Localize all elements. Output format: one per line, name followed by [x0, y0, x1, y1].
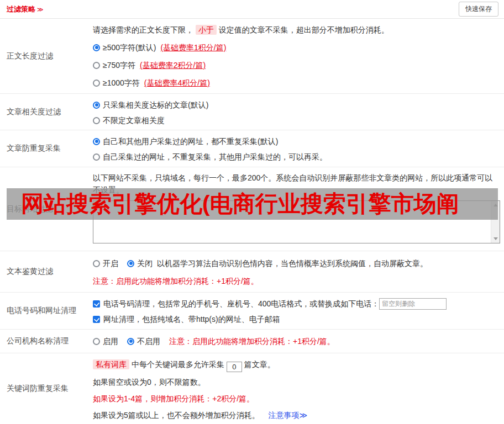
radio-relevance-any-icon[interactable]: [93, 117, 100, 124]
length-option-500[interactable]: ≥500字符(默认) (基础费率1积分/篇): [93, 42, 500, 53]
porn-off-label[interactable]: 关闭: [137, 258, 153, 269]
length-option-750[interactable]: ≥750字符 (基础费率2积分/篇): [93, 60, 500, 71]
row-dedup-collect: 文章防重复采集 自己和其他用户采集过的网址，都不重复采集(默认) 自己采集过的网…: [0, 130, 504, 167]
row-site-blacklist: 目标网站过滤 以下网站不采集，只填域名，每行一个，最多200个。系统会自动识别并…: [0, 167, 504, 251]
body-length-intro: 请选择需求的正文长度下限， 小于 设定值的文章不采集，超出部分不增加积分消耗。: [93, 24, 500, 35]
page-title[interactable]: 过滤策略≫: [7, 4, 44, 14]
fee-note-500: (基础费率1积分/篇): [160, 42, 226, 53]
fee-note-750: (基础费率2积分/篇): [140, 60, 206, 71]
row-company-clean: 公司机构名称清理 启用 不启用 注意：启用此功能将增加积分消耗：+1积分/篇。: [0, 330, 504, 353]
row-label-porn-filter: 文本鉴黄过滤: [0, 251, 93, 292]
scroll-down-icon[interactable]: [491, 235, 500, 243]
notice-link[interactable]: 注意事项≫: [269, 411, 308, 420]
dedup-option-self[interactable]: 自己采集过的网址，不重复采集，其他用户采集过的，可以再采。: [93, 151, 500, 162]
row-phone-url-clean: 电话号码和网址清理 电话号码清理，包括常见的手机号、座机号、400电话格式，或替…: [0, 293, 504, 330]
keyword-count-input[interactable]: [227, 362, 242, 372]
porn-desc: 以机器学习算法自动识别色情内容，当色情概率达到系统阈值，自动屏蔽文章。: [157, 258, 428, 269]
dedup-option-global[interactable]: 自己和其他用户采集过的网址，都不重复采集(默认): [93, 136, 500, 147]
page-title-text: 过滤策略: [7, 5, 35, 13]
company-off-label[interactable]: 不启用: [137, 336, 160, 347]
keyword-note-zero: 如果留空或设为0，则不限篇数。: [93, 377, 500, 388]
length-option-1000[interactable]: ≥1000字符 (基础费率4积分/篇): [93, 77, 500, 88]
keyword-note-five: 如果设为5篇或以上，也不会额外增加积分消耗。: [93, 411, 260, 420]
relevance-option-strict[interactable]: 只采集相关度达标的文章(默认): [93, 99, 500, 110]
keyword-note-fee: 如果设为1-4篇，则增加积分消耗：+2积分/篇。: [93, 393, 500, 404]
topbar: 过滤策略≫ 快速保存: [0, 0, 504, 19]
less-than-tag: 小于: [196, 25, 217, 35]
relevance-option-any[interactable]: 不限定文章相关度: [93, 115, 500, 126]
replace-phone-input[interactable]: [379, 298, 447, 310]
row-label-dedup: 文章防重复采集: [0, 130, 93, 167]
phone-clean-label: 电话号码清理，包括常见的手机号、座机号、400电话格式，或替换成如下电话：: [103, 297, 379, 310]
radio-dedup-self-icon[interactable]: [93, 153, 100, 161]
row-porn-filter: 文本鉴黄过滤 开启 关闭 以机器学习算法自动识别色情内容，当色情概率达到系统阈值…: [0, 251, 504, 293]
radio-company-off-icon[interactable]: [127, 338, 134, 345]
fee-note-1000: (基础费率4积分/篇): [144, 77, 210, 88]
row-label-relevance: 文章相关度过滤: [0, 94, 93, 130]
row-label-body-length: 正文长度过滤: [0, 19, 93, 93]
porn-on-label[interactable]: 开启: [103, 258, 118, 269]
radio-porn-off-icon[interactable]: [127, 260, 134, 267]
radio-1000-icon[interactable]: [93, 80, 100, 87]
company-on-label[interactable]: 启用: [103, 336, 118, 347]
quick-save-button[interactable]: 快速保存: [459, 2, 498, 17]
radio-company-on-icon[interactable]: [93, 338, 100, 345]
row-body-length-filter: 正文长度过滤 请选择需求的正文长度下限， 小于 设定值的文章不采集，超出部分不增…: [0, 19, 504, 94]
company-fee-note: 注意：启用此功能将增加积分消耗：+1积分/篇。: [169, 336, 335, 347]
chevron-down-icon: ≫: [37, 6, 44, 13]
overlay-marquee: 网站搜索引擎优化(电商行业搜索引擎市场阐: [7, 188, 498, 220]
row-label-phone-url: 电话号码和网址清理: [0, 293, 93, 329]
radio-relevance-strict-icon[interactable]: [93, 102, 100, 109]
radio-dedup-global-icon[interactable]: [93, 138, 100, 145]
private-lexicon-link[interactable]: 私有词库: [93, 359, 129, 369]
row-label-company-clean: 公司机构名称清理: [0, 330, 93, 353]
checkbox-url-clean-icon[interactable]: [93, 316, 100, 323]
radio-500-icon[interactable]: [93, 44, 100, 51]
row-label-keyword-dedup: 关键词防重复采集: [0, 353, 93, 424]
porn-fee-note: 注意：启用此功能将增加积分消耗：+1积分/篇。: [93, 275, 500, 287]
checkbox-phone-clean-icon[interactable]: [93, 300, 100, 308]
radio-porn-on-icon[interactable]: [93, 260, 100, 267]
row-relevance-filter: 文章相关度过滤 只采集相关度达标的文章(默认) 不限定文章相关度: [0, 94, 504, 130]
row-keyword-dedup: 关键词防重复采集 私有词库 中每个关键词最多允许采集 篇文章。 如果留空或设为0…: [0, 353, 504, 424]
url-clean-label: 网址清理，包括纯域名、带http(s)的网址、电子邮箱: [103, 314, 280, 325]
radio-750-icon[interactable]: [93, 62, 100, 69]
